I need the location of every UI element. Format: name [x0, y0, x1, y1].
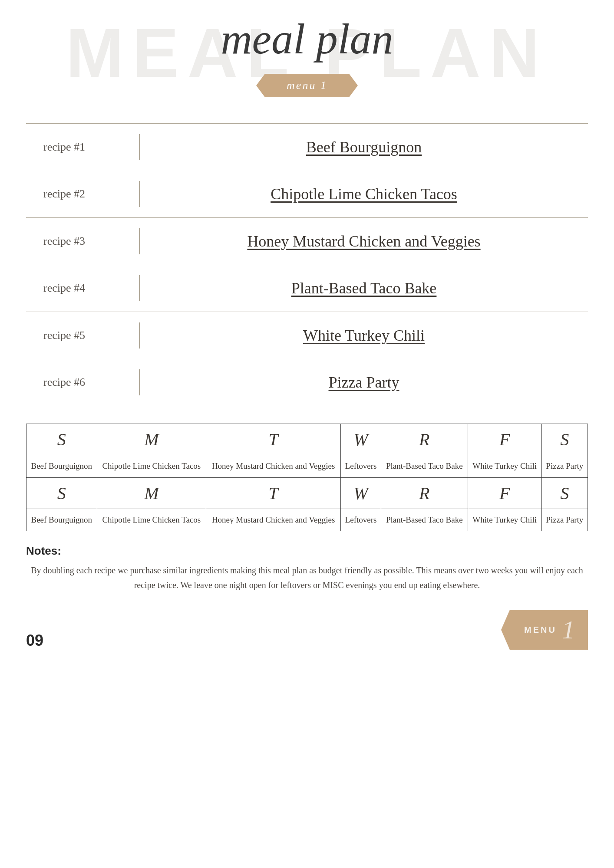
footer: 09 MENU 1: [26, 610, 588, 667]
recipe-label-5: recipe #5: [26, 329, 139, 342]
day-f1: F: [499, 430, 510, 451]
day-t2: T: [269, 483, 278, 505]
recipe-label-1: recipe #1: [26, 141, 139, 154]
week2-header-row: S M T W R F S: [26, 477, 588, 509]
script-title: meal plan: [26, 17, 588, 61]
day-r2: R: [419, 483, 429, 505]
week1-meal-thu: Plant-Based Taco Bake: [386, 461, 463, 470]
recipe-name-6: Pizza Party: [140, 373, 588, 391]
week1-meal-fri: White Turkey Chili: [472, 461, 537, 470]
week2-meal-wed: Leftovers: [345, 515, 377, 524]
recipe-name-2: Chipotle Lime Chicken Tacos: [140, 185, 588, 203]
day-s1: S: [57, 430, 66, 451]
schedule-table: S M T W R F S Beef Bourguignon Chipotle …: [26, 424, 588, 531]
notes-title: Notes:: [26, 544, 588, 558]
day-m2: M: [144, 483, 158, 505]
footer-menu-label: MENU: [524, 625, 557, 635]
recipe-item-1: recipe #1 Beef Bourguignon: [26, 124, 588, 171]
day-m1: M: [144, 430, 158, 451]
week1-meal-wed: Leftovers: [345, 461, 377, 470]
week2-meal-tue: Honey Mustard Chicken and Veggies: [212, 515, 335, 524]
recipe-section: recipe #1 Beef Bourguignon recipe #2 Chi…: [26, 123, 588, 406]
footer-menu-badge: MENU 1: [501, 610, 588, 650]
week1-meal-sat: Pizza Party: [546, 461, 583, 470]
day-f2: F: [499, 483, 510, 505]
week1-header-row: S M T W R F S: [26, 424, 588, 455]
notes-text: By doubling each recipe we purchase simi…: [26, 563, 588, 592]
recipe-item-4: recipe #4 Plant-Based Taco Bake: [26, 265, 588, 312]
recipe-item-2: recipe #2 Chipotle Lime Chicken Tacos: [26, 171, 588, 217]
week2-meal-sun: Beef Bourguignon: [31, 515, 92, 524]
footer-menu-number: 1: [562, 617, 575, 643]
recipe-name-1: Beef Bourguignon: [140, 138, 588, 156]
recipe-item-3: recipe #3 Honey Mustard Chicken and Vegg…: [26, 218, 588, 265]
recipe-group-1: recipe #1 Beef Bourguignon recipe #2 Chi…: [26, 124, 588, 218]
week1-meal-tue: Honey Mustard Chicken and Veggies: [212, 461, 335, 470]
recipe-group-2: recipe #3 Honey Mustard Chicken and Vegg…: [26, 218, 588, 312]
day-s4: S: [560, 483, 569, 505]
recipe-item-6: recipe #6 Pizza Party: [26, 359, 588, 406]
day-w2: W: [353, 483, 368, 505]
week1-meals-row: Beef Bourguignon Chipotle Lime Chicken T…: [26, 455, 588, 478]
week2-meal-fri: White Turkey Chili: [472, 515, 537, 524]
day-w1: W: [353, 430, 368, 451]
week2-meal-mon: Chipotle Lime Chicken Tacos: [102, 515, 201, 524]
header: MEAL PLAN meal plan menu 1: [0, 0, 614, 123]
day-t1: T: [269, 430, 278, 451]
week2-meal-thu: Plant-Based Taco Bake: [386, 515, 463, 524]
recipe-item-5: recipe #5 White Turkey Chili: [26, 312, 588, 359]
recipe-label-6: recipe #6: [26, 376, 139, 389]
week1-meal-mon: Chipotle Lime Chicken Tacos: [102, 461, 201, 470]
recipe-group-3: recipe #5 White Turkey Chili recipe #6 P…: [26, 312, 588, 406]
notes-section: Notes: By doubling each recipe we purcha…: [26, 544, 588, 592]
recipe-name-5: White Turkey Chili: [140, 326, 588, 345]
recipe-name-4: Plant-Based Taco Bake: [140, 279, 588, 297]
menu-banner-text: menu 1: [287, 79, 327, 92]
day-s3: S: [57, 483, 66, 505]
week2-meal-sat: Pizza Party: [546, 515, 583, 524]
menu-banner: menu 1: [256, 74, 358, 97]
week2-meals-row: Beef Bourguignon Chipotle Lime Chicken T…: [26, 509, 588, 531]
day-s2: S: [560, 430, 569, 451]
recipe-label-2: recipe #2: [26, 187, 139, 201]
week1-meal-sun: Beef Bourguignon: [31, 461, 92, 470]
schedule-section: S M T W R F S Beef Bourguignon Chipotle …: [26, 424, 588, 531]
recipe-label-3: recipe #3: [26, 235, 139, 248]
day-r1: R: [419, 430, 429, 451]
recipe-name-3: Honey Mustard Chicken and Veggies: [140, 232, 588, 250]
page-number: 09: [26, 631, 43, 650]
recipe-label-4: recipe #4: [26, 282, 139, 295]
